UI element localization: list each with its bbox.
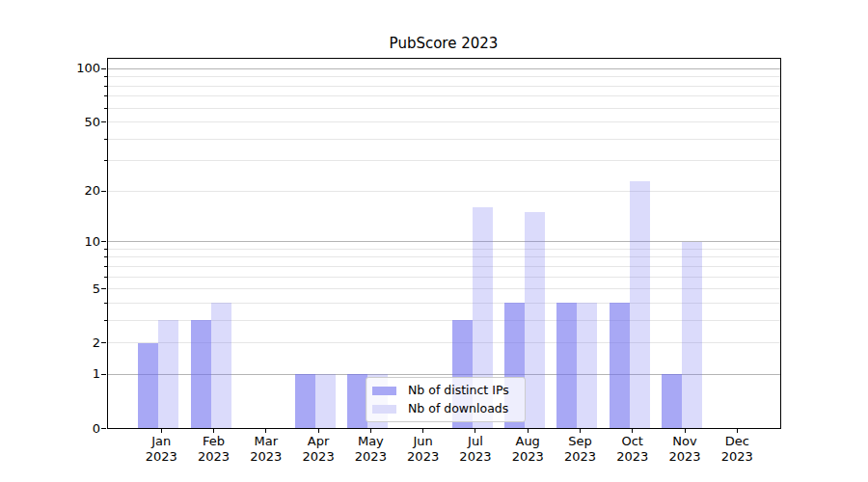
y-gridline-labeled <box>107 288 782 289</box>
x-tick-mark <box>213 429 214 433</box>
y-gridline-minor <box>107 139 782 140</box>
x-tick-label: Mar 2023 <box>238 434 294 465</box>
y-tick-label: 0 <box>17 421 100 437</box>
bar-distinct-ips <box>662 374 682 428</box>
y-tick-label: 1 <box>17 366 100 382</box>
plot-area <box>107 58 782 429</box>
legend: Nb of distinct IPs Nb of downloads <box>366 377 526 422</box>
x-tick-mark <box>737 429 738 433</box>
y-tick-label: 50 <box>17 115 100 130</box>
y-tick-mark-minor <box>104 320 107 321</box>
legend-swatch-downloads <box>372 405 396 414</box>
y-gridline-minor <box>107 249 782 250</box>
x-tick-label: Jul 2023 <box>448 434 503 465</box>
x-tick-label: Dec 2023 <box>709 434 765 465</box>
x-tick-label: Aug 2023 <box>500 434 556 465</box>
y-tick-mark-minor <box>104 303 107 304</box>
y-tick-label: 20 <box>17 183 100 199</box>
y-tick-mark <box>101 191 106 192</box>
y-tick-label: 5 <box>17 281 100 297</box>
y-tick-mark-minor <box>104 160 107 161</box>
y-tick-mark-minor <box>104 76 107 77</box>
y-gridline-labeled <box>107 191 782 192</box>
y-tick-mark-minor <box>104 95 107 96</box>
x-tick-mark <box>265 429 266 433</box>
x-tick-label: Feb 2023 <box>186 434 242 465</box>
y-tick-mark-minor <box>104 249 107 250</box>
y-tick-label: 100 <box>17 61 100 76</box>
x-tick-label: Oct 2023 <box>605 434 661 465</box>
y-gridline-minor <box>107 160 782 161</box>
y-tick-mark <box>101 241 106 242</box>
y-gridline-labeled <box>107 121 782 122</box>
y-tick-mark <box>101 288 106 289</box>
y-tick-label: 10 <box>17 234 100 250</box>
x-tick-label: Jun 2023 <box>395 434 451 465</box>
x-tick-label: Jan 2023 <box>133 434 189 465</box>
x-tick-mark <box>528 429 529 433</box>
bar-downloads <box>211 303 231 428</box>
y-tick-mark-minor <box>104 277 107 278</box>
y-gridline-minor <box>107 76 782 77</box>
x-tick-mark <box>422 429 423 433</box>
legend-label: Nb of distinct IPs <box>408 383 509 398</box>
x-tick-label: Sep 2023 <box>552 434 608 465</box>
bar-distinct-ips <box>556 303 577 428</box>
y-gridline-minor <box>107 303 782 304</box>
bar-downloads <box>315 374 336 428</box>
x-tick-mark <box>632 429 633 433</box>
bar-downloads <box>158 320 178 428</box>
legend-item: Nb of downloads <box>372 401 525 416</box>
bar-distinct-ips <box>138 343 158 429</box>
y-tick-mark-minor <box>104 256 107 257</box>
legend-label: Nb of downloads <box>408 401 508 416</box>
y-tick-mark-minor <box>104 86 107 87</box>
x-tick-label: Nov 2023 <box>657 434 713 465</box>
y-tick-mark-minor <box>104 139 107 140</box>
x-tick-label: Apr 2023 <box>290 434 346 465</box>
y-tick-mark <box>101 374 106 375</box>
y-gridline-minor <box>107 95 782 96</box>
y-tick-mark <box>101 342 106 343</box>
y-gridline-minor <box>107 256 782 257</box>
x-tick-mark <box>318 429 319 433</box>
y-gridline-major <box>107 241 782 242</box>
x-tick-label: May 2023 <box>342 434 398 465</box>
y-gridline-minor <box>107 108 782 109</box>
y-gridline-major <box>107 68 782 69</box>
y-tick-mark-minor <box>104 108 107 109</box>
bar-distinct-ips <box>191 320 211 428</box>
y-tick-mark-minor <box>104 266 107 267</box>
bar-downloads <box>525 212 545 428</box>
y-tick-label: 2 <box>17 335 100 351</box>
y-gridline-minor <box>107 266 782 267</box>
x-tick-mark <box>370 429 371 433</box>
bar-distinct-ips <box>295 374 315 428</box>
bar-downloads <box>577 303 597 428</box>
x-tick-mark <box>475 429 475 433</box>
chart-title: PubScore 2023 <box>106 35 781 52</box>
bar-downloads <box>682 242 702 429</box>
x-tick-mark <box>685 429 686 433</box>
legend-item: Nb of distinct IPs <box>372 383 525 398</box>
y-tick-mark <box>101 68 106 69</box>
bar-distinct-ips <box>610 303 630 428</box>
y-gridline-minor <box>107 86 782 87</box>
x-tick-mark <box>580 429 581 433</box>
y-tick-mark <box>101 121 106 122</box>
legend-swatch-distinct-ips <box>372 387 396 395</box>
x-tick-mark <box>161 429 162 433</box>
y-gridline-minor <box>107 277 782 278</box>
bar-downloads <box>630 181 650 429</box>
y-tick-mark <box>101 428 106 429</box>
chart: PubScore 2023 Nb of distinct IPs Nb of d… <box>0 0 868 482</box>
